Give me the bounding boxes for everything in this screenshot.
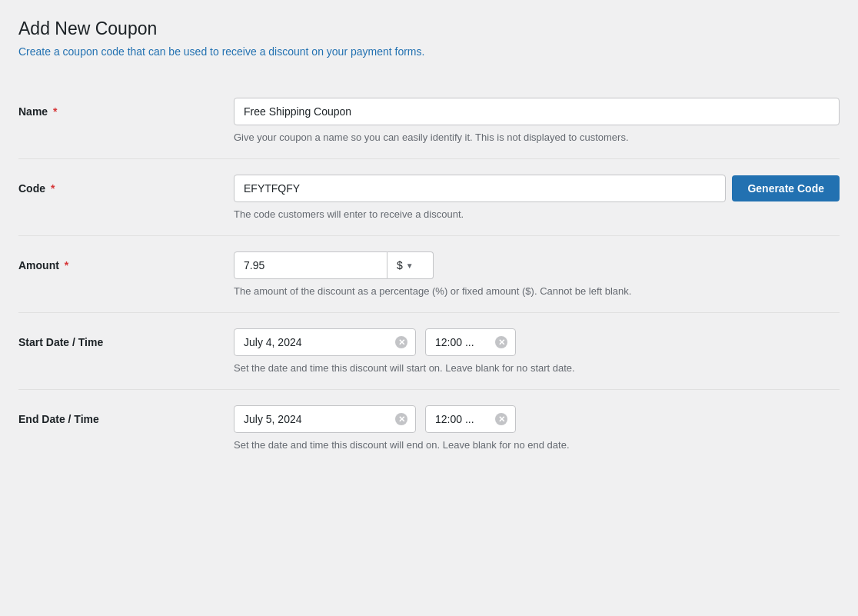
code-input[interactable] — [234, 175, 726, 202]
page-title: Add New Coupon — [18, 18, 840, 39]
name-field: Give your coupon a name so you can easil… — [234, 98, 840, 143]
end-date-time-row: ✕ ✕ — [234, 405, 840, 433]
start-date-input[interactable] — [234, 329, 387, 355]
start-time-picker[interactable]: ✕ — [425, 328, 516, 356]
code-field: Generate Code The code customers will en… — [234, 175, 840, 220]
start-date-field: ✕ ✕ Set the date and time this discount … — [234, 328, 840, 374]
end-date-clear-icon: ✕ — [395, 413, 407, 425]
amount-help: The amount of the discount as a percenta… — [234, 285, 840, 297]
end-time-clear-icon: ✕ — [495, 413, 507, 425]
start-date-help: Set the date and time this discount will… — [234, 362, 840, 374]
end-date-input[interactable] — [234, 406, 387, 432]
start-date-time-row: ✕ ✕ — [234, 328, 840, 356]
start-time-clear-button[interactable]: ✕ — [487, 330, 515, 355]
start-date-clear-button[interactable]: ✕ — [387, 330, 415, 355]
end-date-label: End Date / Time — [18, 405, 234, 425]
name-label: Name * — [18, 98, 234, 118]
page-subtitle: Create a coupon code that can be used to… — [18, 45, 840, 58]
generate-code-button[interactable]: Generate Code — [732, 175, 840, 201]
amount-row: Amount * $ ▼ The amount of the discount … — [18, 235, 840, 312]
name-row: Name * Give your coupon a name so you ca… — [18, 82, 840, 158]
start-time-input[interactable] — [426, 329, 487, 355]
code-input-row: Generate Code — [234, 175, 840, 202]
currency-symbol: $ — [397, 259, 403, 271]
amount-label: Amount * — [18, 251, 234, 271]
end-time-input[interactable] — [426, 406, 487, 432]
code-row: Code * Generate Code The code customers … — [18, 158, 840, 235]
end-time-clear-button[interactable]: ✕ — [487, 407, 515, 431]
name-help: Give your coupon a name so you can easil… — [234, 132, 840, 143]
start-date-clear-icon: ✕ — [395, 336, 407, 348]
currency-select[interactable]: $ ▼ — [387, 251, 434, 279]
end-date-picker[interactable]: ✕ — [234, 405, 416, 433]
coupon-form: Name * Give your coupon a name so you ca… — [18, 82, 840, 466]
name-required-indicator: * — [53, 105, 57, 118]
amount-input[interactable] — [234, 251, 387, 279]
amount-input-row: $ ▼ — [234, 251, 840, 279]
end-date-help: Set the date and time this discount will… — [234, 439, 840, 451]
page-container: Add New Coupon Create a coupon code that… — [18, 18, 840, 466]
start-date-label: Start Date / Time — [18, 328, 234, 348]
end-date-row: End Date / Time ✕ ✕ — [18, 389, 840, 466]
code-label: Code * — [18, 175, 234, 195]
name-input[interactable] — [234, 98, 840, 125]
end-date-field: ✕ ✕ Set the date and time this discount … — [234, 405, 840, 451]
end-date-clear-button[interactable]: ✕ — [387, 407, 415, 431]
end-time-picker[interactable]: ✕ — [425, 405, 516, 433]
start-time-clear-icon: ✕ — [495, 336, 507, 348]
amount-field: $ ▼ The amount of the discount as a perc… — [234, 251, 840, 297]
start-date-row: Start Date / Time ✕ ✕ — [18, 312, 840, 389]
start-date-picker[interactable]: ✕ — [234, 328, 416, 356]
amount-required-indicator: * — [65, 259, 68, 271]
chevron-down-icon: ▼ — [406, 261, 414, 270]
code-required-indicator: * — [51, 182, 55, 195]
code-help: The code customers will enter to receive… — [234, 208, 840, 220]
